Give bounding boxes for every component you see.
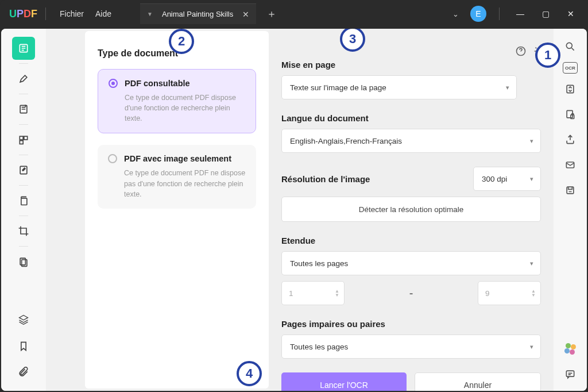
help-icon[interactable] (514, 45, 527, 57)
menu-file[interactable]: Fichier (54, 6, 90, 22)
separator (19, 63, 28, 64)
tool-annotate[interactable] (12, 98, 35, 121)
range-label: Etendue (281, 236, 541, 245)
ai-flower-icon[interactable] (560, 339, 580, 359)
divider (45, 7, 46, 20)
right-toolbar: 1 OCR (554, 29, 587, 391)
document-margin (46, 29, 83, 391)
layout-label: Mise en page (281, 60, 541, 70)
separator (19, 155, 28, 155)
chevron-down-icon[interactable]: ⌄ (452, 10, 459, 18)
stepper-arrows-icon[interactable]: ▲▼ (531, 289, 536, 297)
oddeven-label: Pages impaires ou paires (281, 319, 541, 329)
save-icon[interactable] (560, 180, 580, 200)
separator (19, 216, 28, 216)
document-tab[interactable]: ▼ Animal Painting Skills ✕ (140, 3, 256, 24)
ocr-settings-panel: 3 4 Mise en page Texte sur l'image de la… (269, 29, 554, 391)
option-searchable-pdf[interactable]: PDF consultable Ce type de document PDF … (98, 69, 256, 133)
tool-thumbnails[interactable] (12, 37, 35, 60)
svg-rect-6 (21, 198, 27, 205)
cancel-button[interactable]: Annuler (415, 372, 541, 391)
tool-duplicate[interactable] (12, 250, 35, 273)
svg-point-11 (566, 43, 572, 48)
launch-ocr-button[interactable]: Lancer l'OCR (281, 372, 407, 391)
user-avatar[interactable]: E (470, 6, 486, 22)
lock-icon[interactable] (560, 105, 580, 124)
range-select[interactable]: Toutes les pages (281, 251, 541, 275)
stepper-arrows-icon[interactable]: ▲▼ (335, 289, 339, 297)
convert-icon[interactable] (560, 79, 580, 99)
tool-layers[interactable] (12, 308, 35, 331)
content-area: 2 Type de document PDF consultable Ce ty… (83, 29, 554, 391)
layout-select[interactable]: Texte sur l'image de la page (281, 75, 517, 99)
oddeven-select[interactable]: Toutes les pages (281, 335, 541, 359)
comment-icon[interactable] (560, 364, 580, 384)
detect-resolution-button[interactable]: Détecter la résolution optimale (281, 197, 541, 222)
callout-4: 4 (237, 361, 262, 386)
radio-off-icon (108, 154, 117, 163)
language-select[interactable]: English-Anglais,French-Français (281, 129, 541, 153)
app-logo: UPDF (9, 8, 37, 20)
document-type-panel: 2 Type de document PDF consultable Ce ty… (85, 31, 269, 389)
tool-bookmark[interactable] (12, 335, 35, 358)
res-label: Résolution de l'image (281, 174, 467, 184)
range-from-input[interactable]: 1▲▼ (281, 281, 345, 305)
close-button[interactable]: ✕ (558, 1, 583, 26)
range-to-input[interactable]: 9▲▼ (478, 281, 541, 305)
resolution-select[interactable]: 300 dpi (473, 167, 541, 191)
callout-2: 2 (169, 29, 194, 54)
mail-icon[interactable] (560, 155, 580, 175)
share-icon[interactable] (560, 130, 580, 149)
menu-help[interactable]: Aide (90, 6, 117, 22)
separator (19, 94, 28, 94)
ocr-button[interactable]: OCR (563, 62, 578, 74)
tab-close-icon[interactable]: ✕ (242, 10, 249, 19)
option1-title: PDF consultable (125, 79, 190, 88)
callout-3: 3 (340, 29, 365, 52)
option2-desc: Ce type de document PDF ne dispose pas d… (108, 168, 246, 199)
svg-rect-3 (24, 136, 28, 140)
svg-rect-4 (20, 141, 23, 144)
svg-rect-2 (20, 136, 23, 140)
option1-desc: Ce type de document PDF dispose d'une fo… (109, 93, 245, 124)
new-tab-button[interactable]: ＋ (266, 7, 277, 21)
separator (19, 246, 28, 247)
tool-edit[interactable] (12, 159, 35, 182)
radio-on-icon (109, 79, 118, 88)
tool-copy[interactable] (12, 189, 35, 212)
lang-label: Langue du document (281, 113, 541, 123)
svg-rect-17 (566, 371, 574, 376)
separator (19, 124, 28, 125)
maximize-button[interactable]: ▢ (533, 1, 558, 26)
range-dash: - (345, 287, 478, 300)
main-row: 2 Type de document PDF consultable Ce ty… (1, 29, 587, 391)
option-image-only-pdf[interactable]: PDF avec image seulement Ce type de docu… (98, 145, 256, 208)
tool-attachment[interactable] (12, 361, 35, 384)
tab-title: Animal Painting Skills (162, 10, 233, 18)
left-toolbar (1, 29, 46, 391)
tool-pages[interactable] (12, 128, 35, 151)
divider (499, 7, 500, 20)
option2-title: PDF avec image seulement (124, 154, 231, 163)
tab-dropdown-icon[interactable]: ▼ (147, 11, 153, 17)
separator (19, 185, 28, 186)
callout-1: 1 (535, 43, 560, 68)
titlebar: UPDF Fichier Aide ▼ Animal Painting Skil… (0, 0, 588, 28)
tool-highlight[interactable] (12, 67, 35, 90)
tool-crop[interactable] (12, 220, 35, 243)
search-icon[interactable] (560, 37, 580, 56)
minimize-button[interactable]: — (508, 1, 533, 26)
